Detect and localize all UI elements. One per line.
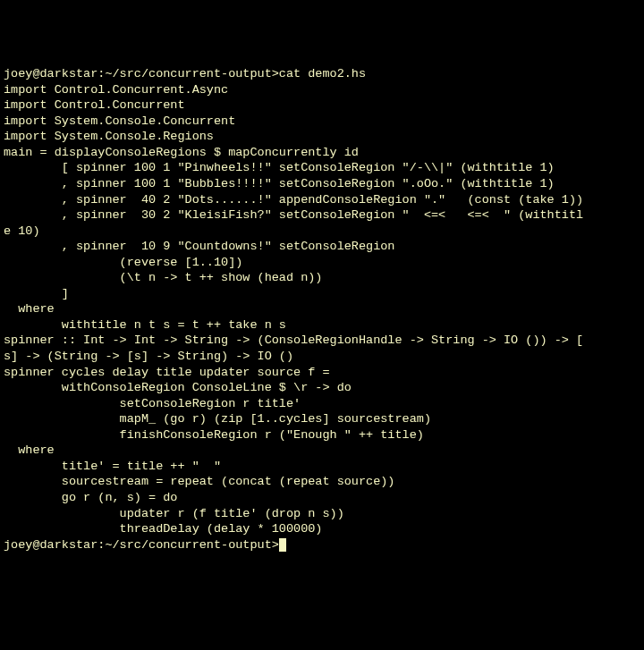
terminal-line: import Control.Concurrent: [4, 97, 640, 114]
terminal-line: finishConsoleRegion r ("Enough " ++ titl…: [4, 427, 640, 443]
terminal-line: [ spinner 100 1 "Pinwheels!!" setConsole…: [4, 160, 640, 176]
terminal-line: spinner cycles delay title updater sourc…: [4, 365, 640, 381]
terminal-line: , spinner 10 9 "Countdowns!" setConsoleR…: [4, 239, 640, 255]
terminal-line: ]: [4, 286, 640, 302]
terminal-line: e 10): [4, 224, 640, 240]
terminal-line: sourcestream = repeat (concat (repeat so…: [4, 474, 640, 490]
terminal-line: updater r (f title' (drop n s)): [4, 506, 640, 522]
prompt-text: joey@darkstar:~/src/concurrent-output>: [4, 538, 279, 552]
terminal-line: where: [4, 301, 640, 317]
terminal-line: main = displayConsoleRegions $ mapConcur…: [4, 145, 640, 161]
terminal-line: import System.Console.Regions: [4, 129, 640, 145]
cursor-icon: [279, 538, 286, 552]
terminal-line: spinner :: Int -> Int -> String -> (Cons…: [4, 333, 640, 349]
terminal-line: import Control.Concurrent.Async: [4, 82, 640, 98]
terminal-line: (\t n -> t ++ show (head n)): [4, 270, 640, 286]
terminal-line: , spinner 30 2 "KleisiFish?" setConsoleR…: [4, 207, 640, 224]
terminal-line: withConsoleRegion ConsoleLine $ \r -> do: [4, 380, 640, 396]
terminal-line: setConsoleRegion r title': [4, 396, 640, 412]
terminal-line: threadDelay (delay * 100000): [4, 521, 640, 537]
terminal-line: go r (n, s) = do: [4, 490, 640, 506]
terminal-line: s] -> (String -> [s] -> String) -> IO (): [4, 349, 640, 365]
shell-prompt[interactable]: joey@darkstar:~/src/concurrent-output>: [4, 538, 286, 552]
terminal-line: mapM_ (go r) (zip [1..cycles] sourcestre…: [4, 411, 640, 427]
terminal-line: joey@darkstar:~/src/concurrent-output>ca…: [4, 66, 640, 82]
terminal-line: title' = title ++ " ": [4, 459, 640, 475]
terminal-line: , spinner 100 1 "Bubbles!!!!" setConsole…: [4, 176, 640, 192]
terminal-line: import System.Console.Concurrent: [4, 114, 640, 130]
terminal-line: (reverse [1..10]): [4, 255, 640, 271]
terminal-output[interactable]: joey@darkstar:~/src/concurrent-output>ca…: [4, 66, 640, 553]
terminal-line: , spinner 40 2 "Dots......!" appendConso…: [4, 192, 640, 208]
terminal-line: withtitle n t s = t ++ take n s: [4, 317, 640, 333]
terminal-line: where: [4, 443, 640, 459]
